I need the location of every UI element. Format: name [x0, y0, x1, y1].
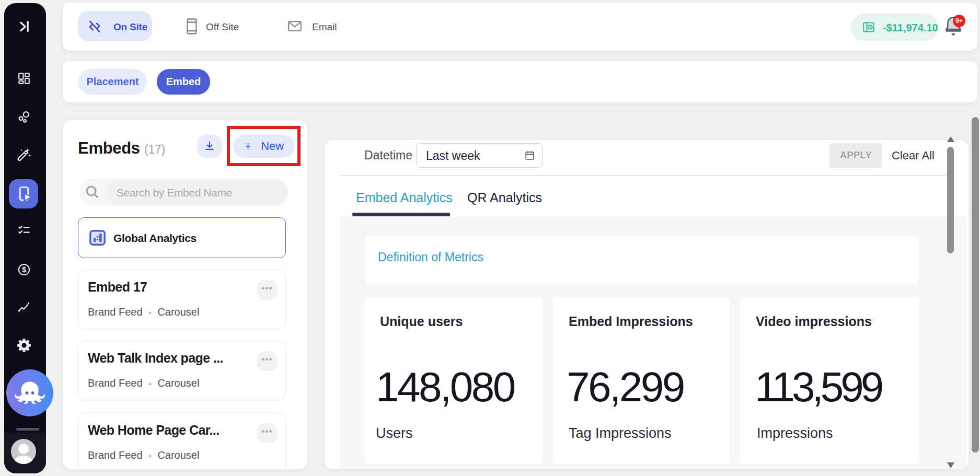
svg-text:$: $	[22, 265, 26, 274]
